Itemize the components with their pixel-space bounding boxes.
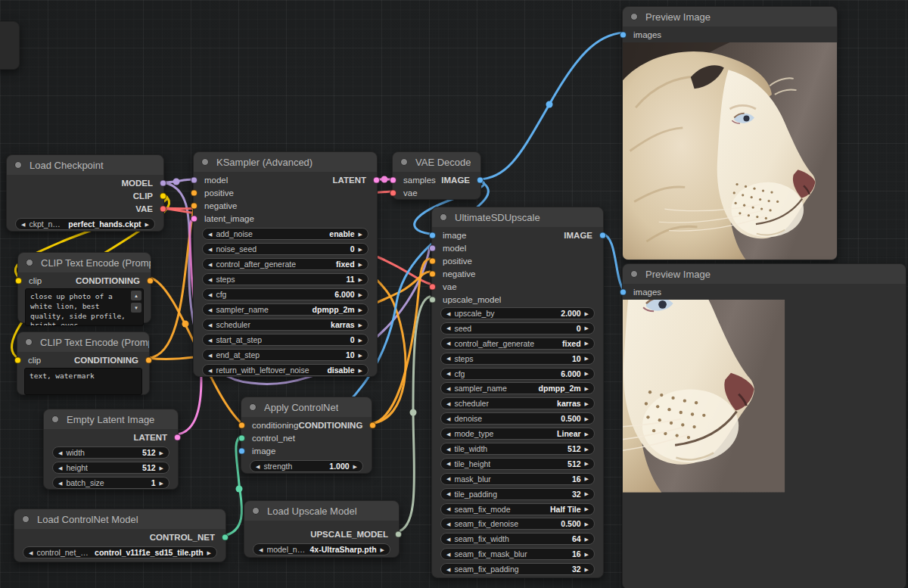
input-slot[interactable]: vae xyxy=(393,186,436,199)
widget-combo[interactable]: ◀ seam_fix_mode Half Tile ▶ xyxy=(440,503,595,515)
output-port-icon[interactable] xyxy=(145,356,152,363)
increment-arrow-icon[interactable]: ▶ xyxy=(359,277,362,282)
decrement-arrow-icon[interactable]: ◀ xyxy=(446,311,450,316)
widget-combo[interactable]: ◀ mode_type Linear ▶ xyxy=(440,428,595,440)
input-port-icon[interactable] xyxy=(238,422,245,428)
prompt-textarea[interactable]: text, watermark xyxy=(24,368,142,395)
input-slot[interactable]: upscale_model xyxy=(432,293,501,306)
input-port-icon[interactable] xyxy=(390,176,396,183)
node-clip-text-encode-negative[interactable]: CLIP Text Encode (Prompt) clip CONDITION… xyxy=(17,331,150,395)
node-load-checkpoint[interactable]: Load Checkpoint MODEL CLIP VAE ◀ ckpt_na… xyxy=(6,154,164,232)
increment-arrow-icon[interactable]: ▶ xyxy=(359,247,362,252)
widget-file-combo[interactable]: ◀ control_net_name control_v11f1e_sd15_t… xyxy=(23,546,217,558)
decrement-arrow-icon[interactable]: ◀ xyxy=(208,338,212,343)
output-port-icon[interactable] xyxy=(222,534,229,540)
widget-combo[interactable]: ◀ batch_size 1 ▶ xyxy=(52,477,169,489)
input-slot[interactable]: vae xyxy=(432,280,501,293)
output-slot[interactable]: UPSCALE_MODEL xyxy=(310,527,399,540)
increment-arrow-icon[interactable]: ▶ xyxy=(359,232,362,237)
input-port-icon[interactable] xyxy=(191,189,197,196)
widget-combo[interactable]: ◀ seam_fix_padding 32 ▶ xyxy=(440,563,595,575)
decrement-arrow-icon[interactable]: ◀ xyxy=(446,356,450,361)
next-arrow-icon[interactable]: ▶ xyxy=(207,550,211,555)
output-slot[interactable]: CLIP xyxy=(121,189,163,202)
decrement-arrow-icon[interactable]: ◀ xyxy=(208,307,212,313)
input-slot[interactable]: negative xyxy=(194,199,254,212)
increment-arrow-icon[interactable]: ▶ xyxy=(160,481,163,486)
decrement-arrow-icon[interactable]: ◀ xyxy=(446,325,450,331)
decrement-arrow-icon[interactable]: ◀ xyxy=(208,292,212,297)
increment-arrow-icon[interactable]: ▶ xyxy=(585,356,589,361)
output-port-icon[interactable] xyxy=(477,176,484,183)
widget-combo[interactable]: ◀ steps 10 ▶ xyxy=(440,353,595,365)
decrement-arrow-icon[interactable]: ◀ xyxy=(208,247,212,252)
widget-combo[interactable]: ◀ sampler_name dpmpp_2m ▶ xyxy=(202,303,368,316)
increment-arrow-icon[interactable]: ▶ xyxy=(585,567,589,572)
decrement-arrow-icon[interactable]: ◀ xyxy=(446,341,450,346)
decrement-arrow-icon[interactable]: ◀ xyxy=(446,506,450,512)
widget-combo[interactable]: ◀ add_noise enable ▶ xyxy=(202,228,368,240)
node-graph-canvas[interactable]: { "icons": { "combo_left": "◀", "combo_r… xyxy=(0,0,908,588)
increment-arrow-icon[interactable]: ▶ xyxy=(585,521,589,527)
widget-combo[interactable]: ◀ steps 11 ▶ xyxy=(202,273,368,285)
input-port-icon[interactable] xyxy=(429,232,436,238)
input-slot[interactable]: image xyxy=(241,444,298,457)
decrement-arrow-icon[interactable]: ◀ xyxy=(58,481,62,486)
node-ultimate-sd-upscale[interactable]: UltimateSDUpscale image model positive n… xyxy=(431,207,604,578)
node-header[interactable]: Load Checkpoint xyxy=(7,155,163,175)
increment-arrow-icon[interactable]: ▶ xyxy=(585,491,589,496)
node-header[interactable]: Preview Image xyxy=(623,7,837,26)
node-header[interactable]: Empty Latent Image xyxy=(44,409,178,429)
prompt-textarea[interactable]: close up photo of a white lion, best qua… xyxy=(25,288,144,326)
output-slot[interactable]: VAE xyxy=(121,202,163,215)
widget-combo[interactable]: ◀ start_at_step 0 ▶ xyxy=(202,334,368,346)
widget-file-combo[interactable]: ◀ ckpt_name perfect_hands.ckpt ▶ xyxy=(15,218,155,230)
output-slot[interactable]: CONDITIONING xyxy=(74,353,149,366)
prev-arrow-icon[interactable]: ◀ xyxy=(29,550,33,555)
node-ksampler-advanced[interactable]: KSampler (Advanced) model positive negat… xyxy=(193,151,378,377)
widget-combo[interactable]: ◀ cfg 6.000 ▶ xyxy=(202,288,368,300)
decrement-arrow-icon[interactable]: ◀ xyxy=(446,567,450,572)
output-port-icon[interactable] xyxy=(599,232,606,238)
decrement-arrow-icon[interactable]: ◀ xyxy=(446,446,450,452)
widget-combo[interactable]: ◀ tile_width 512 ▶ xyxy=(440,443,595,455)
input-slot[interactable]: images xyxy=(623,28,661,41)
increment-arrow-icon[interactable]: ▶ xyxy=(359,292,362,297)
next-arrow-icon[interactable]: ▶ xyxy=(145,222,149,227)
output-port-icon[interactable] xyxy=(369,422,376,428)
input-slot[interactable]: conditioning xyxy=(241,418,298,431)
widget-combo[interactable]: ◀ control_after_generate fixed ▶ xyxy=(440,338,595,350)
decrement-arrow-icon[interactable]: ◀ xyxy=(208,262,212,267)
node-header[interactable]: Preview Image xyxy=(623,264,906,284)
input-slot[interactable]: clip xyxy=(18,274,42,287)
input-port-icon[interactable] xyxy=(429,257,436,264)
increment-arrow-icon[interactable]: ▶ xyxy=(359,262,362,267)
input-slot[interactable]: negative xyxy=(432,267,501,280)
output-port-icon[interactable] xyxy=(373,176,380,183)
decrement-arrow-icon[interactable]: ◀ xyxy=(446,386,450,391)
input-port-icon[interactable] xyxy=(390,189,396,196)
widget-combo[interactable]: ◀ mask_blur 16 ▶ xyxy=(440,473,595,485)
node-header[interactable]: CLIP Text Encode (Prompt) xyxy=(17,332,149,352)
node-header[interactable]: VAE Decode xyxy=(393,152,480,172)
increment-arrow-icon[interactable]: ▶ xyxy=(160,450,163,456)
node-clip-text-encode-positive[interactable]: CLIP Text Encode (Prompt) clip CONDITION… xyxy=(17,252,151,323)
input-port-icon[interactable] xyxy=(620,31,627,38)
input-slot[interactable]: image xyxy=(432,229,501,241)
node-preview-image-1[interactable]: Preview Image images xyxy=(622,6,838,260)
input-port-icon[interactable] xyxy=(15,277,22,284)
increment-arrow-icon[interactable]: ▶ xyxy=(359,307,362,313)
output-slot[interactable]: MODEL xyxy=(121,176,163,189)
widget-combo[interactable]: ◀ strength 1.000 ▶ xyxy=(250,460,363,472)
next-arrow-icon[interactable]: ▶ xyxy=(381,547,384,552)
decrement-arrow-icon[interactable]: ◀ xyxy=(446,416,450,422)
increment-arrow-icon[interactable]: ▶ xyxy=(359,322,362,328)
node-header[interactable]: KSampler (Advanced) xyxy=(194,152,377,172)
widget-combo[interactable]: ◀ upscale_by 2.000 ▶ xyxy=(440,307,595,319)
input-slot[interactable]: positive xyxy=(194,186,254,199)
output-slot[interactable]: IMAGE xyxy=(564,229,603,241)
increment-arrow-icon[interactable]: ▶ xyxy=(585,401,589,406)
output-slot[interactable]: CONTROL_NET xyxy=(150,530,225,543)
widget-combo[interactable]: ◀ height 512 ▶ xyxy=(52,462,169,474)
node-header[interactable]: Load ControlNet Model xyxy=(14,509,225,529)
